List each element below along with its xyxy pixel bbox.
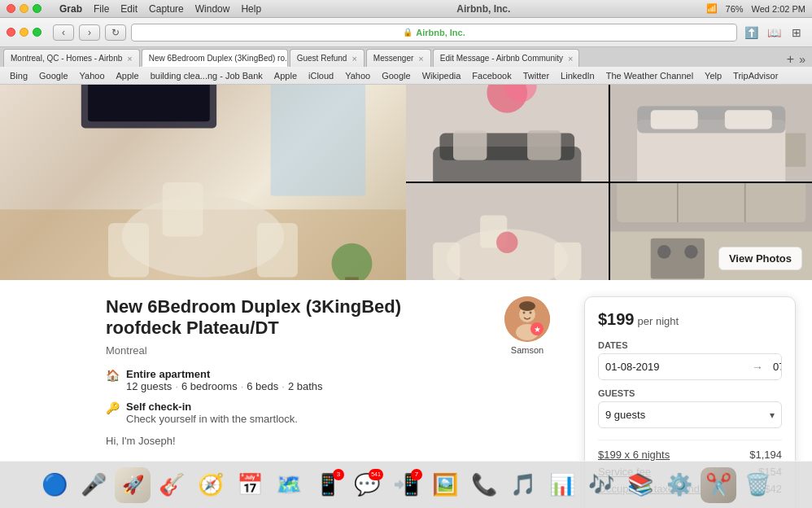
host-avatar[interactable]: ★	[504, 296, 550, 342]
address-bar[interactable]: 🔒 Airbnb, Inc.	[131, 24, 737, 42]
page-content: View Photos New 6Bedroom Duplex (3KingBe…	[0, 85, 812, 508]
dock-siri[interactable]: 🎤	[76, 467, 111, 503]
dock-garageband[interactable]: 🎸	[154, 467, 190, 503]
nights-cost-row: $199 x 6 nights $1,194	[598, 449, 782, 461]
svg-rect-16	[527, 130, 561, 160]
date-arrow-icon: →	[749, 361, 766, 374]
extensions-icon[interactable]: ⊞	[788, 24, 805, 41]
dock-books[interactable]: 📚	[622, 467, 658, 503]
tab-close[interactable]: ×	[351, 54, 356, 64]
close-window[interactable]	[7, 4, 15, 13]
tab-label: Guest Refund	[297, 54, 347, 63]
tab-close[interactable]: ×	[418, 54, 423, 64]
bookmark-yahoo2[interactable]: Yahoo	[340, 70, 375, 81]
dock-phone[interactable]: 📞	[466, 467, 502, 503]
tab-guest-refund[interactable]: Guest Refund ×	[290, 49, 365, 67]
browser-toolbar: ‹ › ↻ 🔒 Airbnb, Inc. ⬆️ 📖 ⊞	[0, 18, 812, 47]
grid-photo-3[interactable]	[406, 183, 609, 280]
nights-amount: $1,194	[749, 449, 782, 461]
svg-rect-2	[108, 223, 149, 278]
menu-window[interactable]: Window	[195, 3, 230, 15]
bookmark-icon[interactable]: 📖	[765, 24, 783, 41]
bookmark-icloud[interactable]: iCloud	[303, 70, 338, 81]
bookmark-bing[interactable]: Bing	[5, 70, 33, 81]
dock-numbers[interactable]: 📊	[544, 467, 580, 503]
bookmark-apple2[interactable]: Apple	[269, 70, 302, 81]
svg-point-40	[523, 312, 526, 314]
dock-trash[interactable]: 🗑️	[740, 467, 775, 503]
browser-close[interactable]	[7, 28, 15, 37]
tab-close[interactable]: ×	[127, 54, 132, 64]
menu-edit[interactable]: Edit	[120, 3, 138, 15]
maximize-window[interactable]	[33, 4, 41, 13]
grid-photo-1[interactable]	[406, 85, 609, 182]
grid-photo-2[interactable]	[610, 85, 813, 182]
dock-photos[interactable]: 🖼️	[427, 467, 463, 503]
svg-rect-21	[724, 110, 771, 129]
macos-menubar: Grab File Edit Capture Window Help Airbn…	[0, 0, 812, 18]
tab-6bedroom[interactable]: New 6Bedroom Duplex (3KingBed) ro... ×	[142, 49, 288, 67]
bookmark-google[interactable]: Google	[34, 70, 72, 81]
guests-value: 9 guests	[605, 409, 645, 421]
svg-rect-26	[554, 243, 581, 280]
checkin-date[interactable]	[599, 354, 749, 379]
browser-minimize[interactable]	[20, 28, 28, 37]
dock-calendar[interactable]: 📅	[232, 467, 268, 503]
tab-edit-message[interactable]: Edit Message - Airbnb Community ×	[433, 49, 579, 67]
reload-button[interactable]: ↻	[105, 24, 126, 41]
dock-finder[interactable]: 🔵	[37, 467, 72, 503]
bookmark-apple[interactable]: Apple	[111, 70, 144, 81]
listing-greeting: Hi, I'm Joseph!	[106, 435, 482, 447]
checkout-date[interactable]	[766, 354, 782, 379]
main-room-image	[0, 85, 406, 280]
forward-button[interactable]: ›	[79, 24, 100, 41]
svg-rect-6	[88, 85, 210, 121]
dock-safari[interactable]: 🧭	[193, 467, 229, 503]
minimize-window[interactable]	[20, 4, 28, 13]
new-tab-button[interactable]: +	[787, 52, 794, 67]
svg-rect-34	[650, 239, 704, 279]
bookmark-weather[interactable]: The Weather Channel	[601, 70, 698, 81]
property-type: Entire apartment	[126, 368, 210, 380]
tab-messenger[interactable]: Messenger ×	[366, 49, 431, 67]
menu-capture[interactable]: Capture	[149, 3, 184, 15]
time-display: Wed 2:02 PM	[752, 4, 805, 14]
menu-grab[interactable]: Grab	[59, 3, 82, 15]
dock-maps[interactable]: 🗺️	[271, 467, 307, 503]
dock-scissors[interactable]: ✂️	[701, 467, 736, 503]
bookmark-twitter[interactable]: Twitter	[518, 70, 554, 81]
bookmark-wikipedia[interactable]: Wikipedia	[417, 70, 466, 81]
bookmark-job-bank[interactable]: building clea...ng - Job Bank	[146, 70, 268, 81]
svg-rect-3	[257, 223, 298, 278]
menu-help[interactable]: Help	[241, 3, 261, 15]
tab-montreal[interactable]: Montreal, QC - Homes - Airbnb ×	[3, 49, 140, 67]
listing-title: New 6Bedroom Duplex (3KingBed) roofdeck …	[106, 296, 482, 339]
svg-rect-20	[650, 110, 697, 129]
bookmark-google2[interactable]: Google	[377, 70, 415, 81]
tab-close[interactable]: ×	[568, 54, 573, 64]
view-photos-button[interactable]: View Photos	[718, 247, 802, 270]
bookmark-linkedin[interactable]: LinkedIn	[556, 70, 600, 81]
dock-facetime[interactable]: 📲 7	[388, 467, 424, 503]
bookmark-tripadvisor[interactable]: TripAdvisor	[728, 70, 783, 81]
dock-appstore[interactable]: 📱 3	[310, 467, 346, 503]
tabs-bar: Montreal, QC - Homes - Airbnb × New 6Bed…	[0, 47, 812, 67]
dock-launchpad[interactable]: 🚀	[115, 467, 151, 503]
bookmark-facebook[interactable]: Facebook	[467, 70, 516, 81]
checkin-type: Self check-in	[126, 401, 298, 413]
dock-messages[interactable]: 💬 541	[349, 467, 385, 503]
guests-dropdown[interactable]: 9 guests ▾	[598, 401, 782, 428]
dates-row[interactable]: →	[598, 353, 782, 380]
bookmark-yelp[interactable]: Yelp	[700, 70, 727, 81]
tabs-overflow-button[interactable]: »	[799, 53, 805, 66]
browser-maximize[interactable]	[33, 28, 41, 37]
dock-system-prefs[interactable]: ⚙️	[661, 467, 697, 503]
menu-file[interactable]: File	[94, 3, 109, 15]
share-icon[interactable]: ⬆️	[742, 24, 760, 41]
dock-music[interactable]: 🎶	[583, 467, 619, 503]
bookmark-yahoo[interactable]: Yahoo	[75, 70, 110, 81]
beds-count: 6 beds	[247, 380, 278, 392]
dock-itunes[interactable]: 🎵	[505, 467, 541, 503]
main-photo[interactable]	[0, 85, 406, 280]
back-button[interactable]: ‹	[53, 24, 74, 41]
